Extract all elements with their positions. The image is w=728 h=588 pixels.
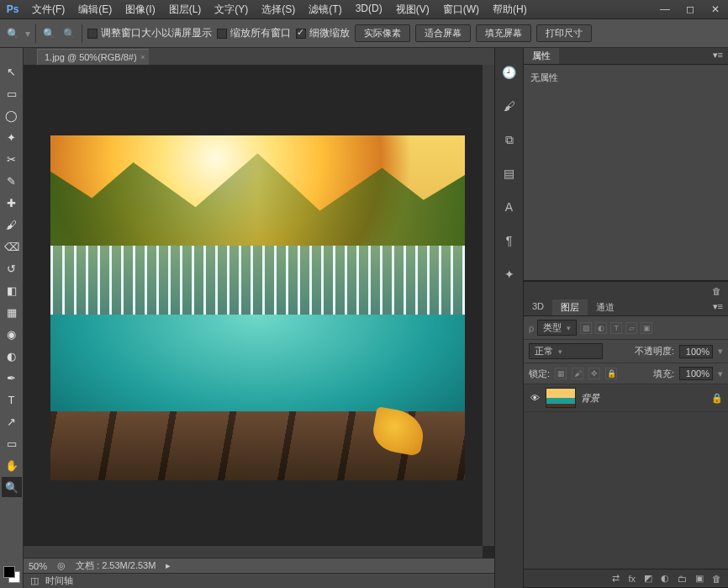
swatches-panel-icon[interactable]: ▤ [500,164,519,183]
blur-tool[interactable]: ◉ [2,324,22,344]
trash-icon[interactable]: 🗑 [712,286,721,296]
crop-tool[interactable]: ✂ [2,149,22,169]
lock-pixels-icon[interactable]: 🖌 [572,368,583,379]
zoom-tool[interactable]: 🔍 [2,477,22,497]
eraser-tool[interactable]: ◧ [2,280,22,300]
layer-thumbnail[interactable] [546,388,576,408]
lasso-tool[interactable]: ◯ [2,105,22,125]
filter-pixel-icon[interactable]: ▨ [580,322,592,334]
tab-channels[interactable]: 通道 [588,299,623,315]
actual-pixels-button[interactable]: 实际像素 [355,24,410,42]
actions-panel-icon[interactable]: ✦ [500,265,519,283]
print-size-button[interactable]: 打印尺寸 [536,24,592,42]
layer-name[interactable]: 背景 [581,392,599,405]
menu-file[interactable]: 文件(F) [25,0,71,19]
adjustment-layer-icon[interactable]: ◐ [661,573,669,584]
window-close-button[interactable]: ✕ [703,1,728,18]
filter-kind-dropdown[interactable]: 类型 [537,320,577,336]
foreground-color-swatch[interactable] [3,566,15,578]
tab-3d[interactable]: 3D [524,299,552,315]
brush-tool[interactable]: 🖌 [2,215,22,235]
type-tool[interactable]: T [2,389,22,410]
window-minimize-button[interactable]: — [652,1,678,18]
canvas-image [50,135,465,480]
window-maximize-button[interactable]: ◻ [678,1,703,18]
properties-tab[interactable]: 属性 [524,48,559,64]
pen-tool[interactable]: ✒ [2,368,22,388]
layers-menu-icon[interactable]: ▾≡ [708,299,728,315]
fill-label: 填充: [653,368,674,380]
menu-select[interactable]: 选择(S) [255,0,302,19]
filter-shape-icon[interactable]: ▱ [625,322,637,334]
layer-fx-icon[interactable]: fx [628,574,636,584]
canvas-area[interactable] [24,65,494,558]
zoom-level[interactable]: 50% [29,561,47,571]
scrubby-zoom-checkbox[interactable]: 细微缩放 [296,26,350,40]
fill-field[interactable]: 100% [679,367,713,380]
character-panel-icon[interactable]: A [500,198,519,216]
lock-all-icon[interactable]: 🔒 [605,368,617,379]
menu-filter[interactable]: 滤镜(T) [302,0,348,19]
zoom-all-label: 缩放所有窗口 [230,26,291,40]
resize-window-checkbox[interactable]: 调整窗口大小以满屏显示 [87,26,212,40]
menu-3d[interactable]: 3D(D) [349,0,389,19]
zoom-all-checkbox[interactable]: 缩放所有窗口 [217,26,291,40]
menu-layer[interactable]: 图层(L) [162,0,208,19]
menu-help[interactable]: 帮助(H) [486,0,534,19]
layer-mask-icon[interactable]: ◩ [644,573,652,584]
doc-info-arrow-icon[interactable]: ▸ [166,560,171,571]
new-layer-icon[interactable]: ▣ [695,573,704,584]
no-properties-label: 无属性 [530,72,558,82]
horizontal-scrollbar[interactable] [24,546,483,558]
filter-type-icon[interactable]: T [610,322,622,334]
color-swatches[interactable] [3,566,20,583]
timeline-panel[interactable]: ◫ 时间轴 [24,573,494,588]
dodge-tool[interactable]: ◐ [2,346,22,366]
paragraph-panel-icon[interactable]: ¶ [500,231,519,250]
visibility-icon[interactable]: 👁 [529,393,541,403]
clone-panel-icon[interactable]: ⧉ [500,130,519,149]
healing-tool[interactable]: ✚ [2,193,22,213]
document-tab-label: 1.jpg @ 50%(RGB/8#) [45,52,137,62]
timeline-toggle-icon[interactable]: ◫ [30,575,39,586]
layer-row[interactable]: 👁 背景 🔒 [524,384,728,412]
zoom-in-icon[interactable]: 🔍 [41,26,56,41]
menu-window[interactable]: 窗口(W) [436,0,486,19]
marquee-tool[interactable]: ▭ [2,83,22,103]
fit-screen-button[interactable]: 适合屏幕 [415,24,471,42]
menu-image[interactable]: 图像(I) [119,0,161,19]
filter-smart-icon[interactable]: ▣ [641,322,652,334]
tab-layers[interactable]: 图层 [552,299,588,315]
link-layers-icon[interactable]: ⇄ [612,573,620,584]
group-icon[interactable]: 🗀 [678,574,687,584]
gradient-tool[interactable]: ▦ [2,302,22,322]
menu-view[interactable]: 视图(V) [389,0,436,19]
zoom-tool-icon[interactable]: 🔍 [5,26,20,41]
path-select-tool[interactable]: ↗ [2,411,22,432]
lock-trans-icon[interactable]: ▦ [555,368,567,379]
move-tool[interactable]: ↖ [2,61,22,82]
eyedropper-tool[interactable]: ✎ [2,171,22,191]
stamp-tool[interactable]: ⌫ [2,236,22,257]
properties-menu-icon[interactable]: ▾≡ [708,48,728,64]
opacity-field[interactable]: 100% [679,345,713,358]
zoom-out-icon[interactable]: 🔍 [61,26,76,41]
menu-edit[interactable]: 编辑(E) [71,0,119,19]
lock-position-icon[interactable]: ✥ [588,368,600,379]
delete-layer-icon[interactable]: 🗑 [712,574,721,584]
magic-wand-tool[interactable]: ✦ [2,127,22,147]
nav-icon[interactable]: ◎ [57,560,66,571]
document-tab[interactable]: 1.jpg @ 50%(RGB/8#) × [37,49,149,65]
brush-panel-icon[interactable]: 🖌 [500,97,519,115]
close-tab-icon[interactable]: × [140,53,145,61]
shape-tool[interactable]: ▭ [2,433,22,453]
blend-mode-dropdown[interactable]: 正常 [529,343,603,359]
vertical-scrollbar[interactable] [483,65,494,546]
document-tabs: 1.jpg @ 50%(RGB/8#) × [24,48,494,65]
filter-adjust-icon[interactable]: ◐ [595,322,607,334]
history-brush-tool[interactable]: ↺ [2,258,22,278]
history-panel-icon[interactable]: 🕘 [500,63,519,82]
fill-screen-button[interactable]: 填充屏幕 [476,24,531,42]
hand-tool[interactable]: ✋ [2,455,22,475]
menu-type[interactable]: 文字(Y) [208,0,255,19]
